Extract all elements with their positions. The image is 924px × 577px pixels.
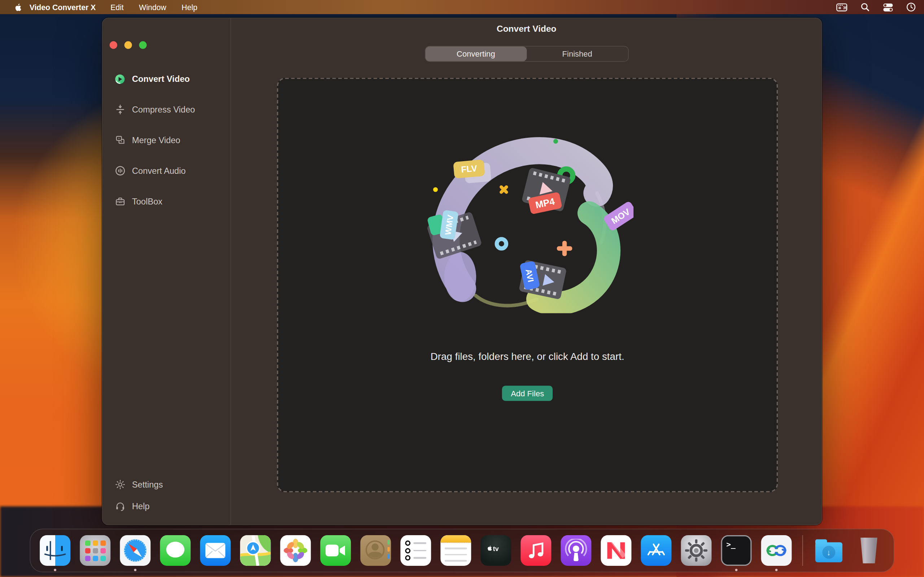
dock-separator [802, 535, 803, 566]
svg-text:⌘: ⌘ [843, 5, 847, 10]
sidebar-item-label: Compress Video [132, 105, 195, 114]
sidebar-item-label: Convert Video [132, 74, 190, 84]
sidebar-item-label: Merge Video [132, 135, 181, 145]
yellow-x [496, 182, 512, 197]
dock-finder-icon[interactable] [40, 535, 70, 566]
blue-ring [497, 239, 506, 248]
dock-facetime-icon[interactable] [320, 535, 351, 566]
control-center-icon[interactable] [883, 3, 893, 11]
dock-safari-icon[interactable] [120, 535, 150, 566]
dock-reminders-icon[interactable] [400, 535, 431, 566]
converting-finished-tabs: Converting Finished [425, 46, 628, 62]
green-dot [553, 139, 558, 143]
menu-edit[interactable]: Edit [110, 3, 124, 11]
dock-launchpad-icon[interactable] [80, 535, 110, 566]
gear-icon [115, 479, 126, 490]
zoom-button[interactable] [139, 41, 147, 49]
dock-podcasts-icon[interactable] [561, 535, 591, 566]
sidebar-item-label: Help [132, 501, 150, 511]
menu-bar: Video Converter X Edit Window Help ⌘ [0, 0, 924, 14]
convert-illustration: WMV FLV [421, 137, 633, 313]
sidebar-item-settings[interactable]: Settings [102, 474, 230, 495]
close-button[interactable] [110, 41, 117, 49]
menu-window[interactable]: Window [139, 3, 166, 11]
main-content: Convert Video Converting Finished [231, 18, 822, 525]
dock-terminal-icon[interactable]: >_ [721, 535, 752, 566]
sidebar-item-convert-audio[interactable]: Convert Audio [102, 160, 230, 182]
convert-audio-icon [115, 165, 126, 176]
sidebar-item-label: Convert Audio [132, 166, 186, 175]
tab-finished[interactable]: Finished [527, 47, 628, 61]
sidebar-item-toolbox[interactable]: ToolBox [102, 190, 230, 213]
app-window: Convert Video Compress Video [102, 18, 822, 525]
dock-video-converter-x-icon[interactable] [761, 535, 792, 566]
minimize-button[interactable] [124, 41, 132, 49]
apple-menu[interactable] [8, 2, 26, 12]
spotlight-search-icon[interactable] [861, 3, 870, 12]
svg-text:tv: tv [493, 545, 499, 553]
sidebar-item-label: Settings [132, 480, 163, 489]
window-controls [110, 41, 147, 49]
dock-photos-icon[interactable] [280, 535, 311, 566]
sidebar-item-convert-video[interactable]: Convert Video [102, 68, 230, 90]
convert-video-icon [115, 73, 126, 84]
svg-text:FLV: FLV [460, 163, 478, 174]
dock-music-icon[interactable] [520, 535, 551, 566]
dock: tv [30, 529, 894, 572]
sidebar: Convert Video Compress Video [102, 18, 231, 525]
menubar-app-name[interactable]: Video Converter X [30, 3, 96, 11]
dock-mail-icon[interactable] [200, 535, 231, 566]
toolbox-icon [115, 196, 126, 207]
window-title: Convert Video [231, 23, 822, 34]
add-files-button[interactable]: Add Files [502, 385, 553, 401]
sidebar-item-label: ToolBox [132, 197, 162, 206]
dock-messages-icon[interactable] [160, 535, 191, 566]
compress-video-icon [115, 104, 126, 115]
dock-downloads-icon[interactable]: ↓ [814, 535, 844, 566]
headset-icon [115, 501, 126, 512]
sidebar-item-compress-video[interactable]: Compress Video [102, 98, 230, 121]
dock-news-icon[interactable] [601, 535, 631, 566]
apple-icon [13, 2, 21, 12]
sidebar-item-help[interactable]: Help [102, 495, 230, 517]
sidebar-footer: Settings Help [102, 474, 230, 517]
dock-tv-icon[interactable]: tv [480, 535, 511, 566]
dock-notes-icon[interactable] [440, 535, 471, 566]
dock-trash-icon[interactable] [854, 535, 884, 566]
dock-maps-icon[interactable] [240, 535, 271, 566]
clock-icon[interactable] [906, 3, 916, 12]
file-drop-zone[interactable]: WMV FLV [277, 78, 778, 492]
yellow-dot [433, 187, 438, 192]
tab-converting[interactable]: Converting [425, 47, 527, 61]
dock-settings-icon[interactable] [681, 535, 712, 566]
keyboard-viewer-icon[interactable]: ⌘ [836, 3, 848, 11]
orange-plus [557, 241, 572, 256]
dock-contacts-icon[interactable] [360, 535, 391, 566]
sidebar-item-merge-video[interactable]: Merge Video [102, 129, 230, 152]
merge-video-icon [115, 134, 126, 146]
dock-appstore-icon[interactable] [641, 535, 672, 566]
drop-hint-text: Drag files, folders here, or click Add t… [278, 351, 777, 363]
desktop: Video Converter X Edit Window Help ⌘ [0, 0, 924, 577]
menu-help[interactable]: Help [181, 3, 197, 11]
